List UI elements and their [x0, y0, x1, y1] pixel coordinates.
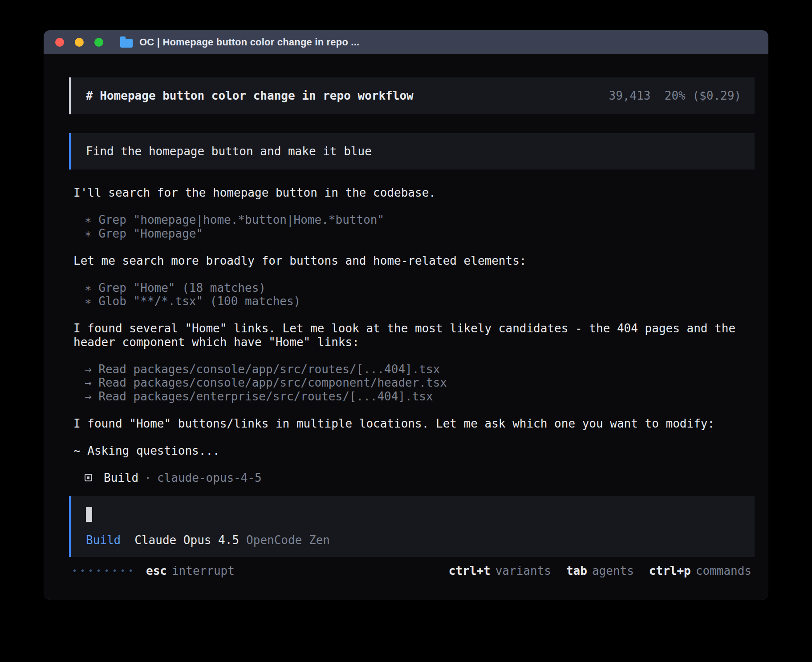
shortcut-variants: ctrl+tvariants: [449, 564, 551, 578]
blank-line: [73, 267, 755, 281]
esc-key-hint: esc: [146, 564, 167, 578]
prompt-input[interactable]: Build Claude Opus 4.5 OpenCode Zen: [69, 496, 755, 557]
assistant-text-line: I'll search for the homepage button in t…: [73, 186, 755, 200]
blank-line: [73, 430, 755, 444]
shortcut-label: variants: [495, 564, 551, 578]
agent-model: claude-opus-4-5: [157, 471, 262, 485]
shortcut-commands: ctrl+pcommands: [649, 564, 751, 578]
blank-line: [73, 200, 755, 214]
close-button[interactable]: [55, 38, 64, 47]
esc-key-hint-label: interrupt: [172, 564, 235, 578]
blank-line: [73, 457, 755, 471]
spinner-dot: [97, 569, 100, 572]
agent-separator: ·: [144, 471, 151, 485]
shortcut-key: ctrl+p: [649, 564, 691, 578]
assistant-text-line: I found "Home" buttons/links in multiple…: [73, 417, 755, 431]
spinner-dot: [106, 569, 108, 572]
assistant-text-line: I found several "Home" links. Let me loo…: [73, 322, 755, 349]
window-bottom-chrome: [44, 594, 768, 600]
agent-status-row: Build·claude-opus-4-5: [73, 471, 755, 485]
user-message-text: Find the homepage button and make it blu…: [86, 145, 739, 158]
shortcut-label: agents: [592, 564, 634, 578]
statusbar-shortcuts: ctrl+tvariantstabagentsctrl+pcommands: [449, 564, 751, 578]
text-cursor: [86, 507, 92, 522]
shortcut-key: tab: [566, 564, 587, 578]
terminal-body: # Homepage button color change in repo w…: [44, 54, 768, 600]
status-bar: esc interrupt ctrl+tvariantstabagentsctr…: [73, 564, 751, 578]
spinner-dot: [73, 569, 76, 572]
tool-call-line: ∗ Glob "**/*.tsx" (100 matches): [73, 295, 755, 308]
tool-call-line: ∗ Grep "Homepage": [73, 227, 755, 241]
assistant-text-line: ~ Asking questions...: [73, 444, 755, 458]
tool-call-line: → Read packages/enterprise/src/routes/[.…: [73, 390, 755, 404]
minimize-button[interactable]: [75, 38, 84, 47]
tool-call-line: ∗ Grep "Home" (18 matches): [73, 281, 755, 295]
shortcut-key: ctrl+t: [449, 564, 491, 578]
agent-build-icon: [85, 474, 92, 481]
traffic-lights: [55, 38, 103, 47]
window-title: OC | Homepage button color change in rep…: [139, 36, 359, 48]
spinner-dot: [114, 569, 116, 572]
shortcut-label: commands: [696, 564, 751, 578]
session-title: # Homepage button color change in repo w…: [86, 89, 414, 103]
blank-line: [73, 403, 755, 417]
input-meta-row: Build Claude Opus 4.5 OpenCode Zen: [86, 533, 739, 547]
spinner-dots: [73, 569, 132, 572]
agent-name: Build: [104, 471, 138, 485]
session-stats: 39,413 20% ($0.29): [609, 89, 741, 103]
input-agent-label: Build: [86, 533, 121, 547]
statusbar-left: esc interrupt: [73, 564, 235, 578]
title-group: OC | Homepage button color change in rep…: [120, 36, 359, 48]
tool-call-line: → Read packages/console/app/src/componen…: [73, 376, 755, 390]
spinner-dot: [81, 569, 84, 572]
spinner-dot: [89, 569, 92, 572]
blank-line: [73, 240, 755, 254]
folder-icon: [120, 39, 133, 48]
input-provider-label: OpenCode Zen: [246, 533, 330, 547]
title-bar: OC | Homepage button color change in rep…: [44, 30, 768, 54]
shortcut-agents: tabagents: [566, 564, 634, 578]
session-header: # Homepage button color change in repo w…: [69, 77, 755, 114]
blank-line: [73, 308, 755, 322]
tool-call-line: → Read packages/console/app/src/routes/[…: [73, 363, 755, 376]
app-window: OC | Homepage button color change in rep…: [44, 30, 768, 600]
tool-call-line: ∗ Grep "homepage|home.*button|Home.*butt…: [73, 213, 755, 227]
spinner-dot: [122, 569, 124, 572]
blank-line: [73, 349, 755, 363]
assistant-text-line: Let me search more broadly for buttons a…: [73, 254, 755, 268]
spinner-dot: [130, 569, 132, 572]
input-model-label: Claude Opus 4.5: [134, 533, 239, 547]
zoom-button[interactable]: [94, 38, 103, 47]
user-message: Find the homepage button and make it blu…: [69, 133, 755, 170]
transcript: I'll search for the homepage button in t…: [73, 186, 755, 484]
